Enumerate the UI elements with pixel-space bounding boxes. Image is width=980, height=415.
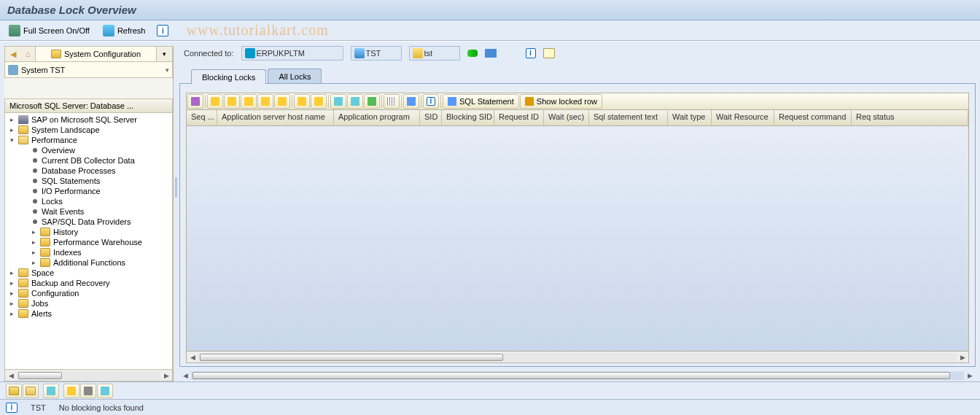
system-label: System TST [21,66,65,74]
tab-blocking-locks[interactable]: Blocking Locks [191,69,266,84]
scroll-track[interactable] [198,353,957,362]
new-folder-button[interactable] [6,384,22,398]
folder-icon [18,309,28,318]
sigma-icon [298,97,306,106]
save-bottom-button[interactable] [63,384,79,398]
sidebar-back-button[interactable]: ◀ [6,47,20,61]
tree-node-space[interactable]: ▸Space [5,268,172,278]
scroll-track[interactable] [191,371,964,380]
layout-button[interactable] [384,94,400,109]
info-icon[interactable]: i [157,25,168,36]
filter-clear-button[interactable] [274,94,290,109]
fullscreen-button[interactable]: Full Screen On/Off [7,23,91,38]
tree-node-jobs[interactable]: ▸Jobs [5,298,172,309]
bullet-icon [33,220,37,224]
open-folder-button[interactable] [23,384,39,398]
splitter[interactable] [174,42,179,381]
tree-node-additional-fn[interactable]: ▸Additional Functions [5,257,172,268]
delete-button[interactable] [80,384,96,398]
col-sid[interactable]: SID [420,110,442,125]
tree-node-wait-events[interactable]: Wait Events [5,206,172,217]
sidebar-toolbar: ◀ ⌂ System Configuration ▾ [4,46,173,62]
col-blocking-sid[interactable]: Blocking SID [442,110,494,125]
col-req-status[interactable]: Req status [852,110,968,125]
tree-node-alerts[interactable]: ▸Alerts [5,309,172,319]
scroll-left-icon[interactable]: ◀ [5,372,17,379]
print-icon [334,97,343,106]
grid-body[interactable] [186,126,969,352]
bullet-icon [33,189,37,193]
host-input[interactable] [257,49,315,58]
grid-hscroll[interactable]: ◀ ▶ [186,352,969,363]
filter-button[interactable] [257,94,273,109]
copy-button[interactable] [43,384,59,398]
scroll-right-icon[interactable]: ▶ [964,372,976,379]
content-hscroll[interactable]: ◀ ▶ [179,370,976,381]
col-program[interactable]: Application program [334,110,420,125]
tree-label: System Landscape [31,125,100,134]
col-seq[interactable]: Seq ... [187,110,217,125]
chip-icon[interactable] [485,49,497,58]
details-button[interactable] [187,94,203,109]
analyze-icon[interactable] [543,48,555,58]
print-button[interactable] [330,94,346,109]
sort-desc-button[interactable] [224,94,240,109]
view-button[interactable] [347,94,363,109]
chevron-right-icon: ▸ [30,228,37,236]
system-configuration-button[interactable]: System Configuration [35,47,157,61]
tree-node-overview[interactable]: Overview [5,145,172,155]
find-button[interactable] [241,94,257,109]
host-field [241,46,343,61]
tree-node-indexes[interactable]: ▸Indexes [5,247,172,257]
sidebar-dropdown-button[interactable]: ▾ [157,47,171,61]
filter-icon [261,97,270,106]
sum-button[interactable] [294,94,310,109]
scroll-right-icon[interactable]: ▶ [957,354,968,361]
tree-node-io-performance[interactable]: I/O Performance [5,186,172,196]
tree-node-db-collector[interactable]: Current DB Collector Data [5,155,172,166]
folder-icon [40,228,50,236]
scroll-left-icon[interactable]: ◀ [187,354,198,361]
tree-node-sap-mssql[interactable]: ▸ SAP on Microsoft SQL Server [5,115,172,125]
tree-node-history[interactable]: ▸History [5,227,172,237]
database-icon [354,48,365,58]
system-selector[interactable]: System TST ▾ [4,62,173,78]
tab-all-locks[interactable]: All Locks [268,69,322,83]
tree-node-sql-statements[interactable]: SQL Statements [5,176,172,186]
refresh-button[interactable]: Refresh [101,23,147,38]
col-request-cmd[interactable]: Request command [774,110,852,125]
export-button[interactable] [364,94,380,109]
scroll-right-icon[interactable]: ▶ [160,372,172,379]
sort-asc-button[interactable] [207,94,223,109]
tree-node-perf-warehouse[interactable]: ▸Performance Warehouse [5,237,172,247]
sidebar-hscroll[interactable]: ◀ ▶ [4,370,173,381]
info-icon[interactable]: i [526,48,536,58]
scroll-thumb[interactable] [18,372,62,379]
print-bottom-button[interactable] [97,384,113,398]
tree-node-backup[interactable]: ▸Backup and Recovery [5,278,172,288]
subtotal-button[interactable] [311,94,327,109]
tree-node-system-landscape[interactable]: ▸ System Landscape [5,125,172,135]
col-host[interactable]: Application server host name [217,110,334,125]
show-locked-row-button[interactable]: Show locked row [520,94,602,109]
tree-node-db-processes[interactable]: Database Processes [5,166,172,176]
scroll-left-icon[interactable]: ◀ [179,372,191,379]
sidebar-home-button[interactable]: ⌂ [20,47,35,61]
sql-statement-button[interactable]: SQL Statement [443,94,519,109]
col-wait-type[interactable]: Wait type [668,110,712,125]
col-wait-resource[interactable]: Wait Resource [712,110,774,125]
col-request-id[interactable]: Request ID [494,110,544,125]
tree-node-sapsql-providers[interactable]: SAP/SQL Data Providers [5,217,172,227]
scroll-thumb[interactable] [200,354,503,361]
grid-info-button[interactable]: i [423,94,439,109]
col-sql-text[interactable]: Sql statement text [589,110,668,125]
col-wait-sec[interactable]: Wait (sec) [544,110,589,125]
scroll-thumb[interactable] [192,372,950,379]
graphic-button[interactable] [403,94,419,109]
tree-node-locks[interactable]: Locks [5,196,172,206]
tree-node-performance[interactable]: ▾ Performance [5,135,172,145]
sid-input[interactable] [366,49,395,58]
scroll-track[interactable] [17,371,160,380]
tree-node-config[interactable]: ▸Configuration [5,288,172,298]
client-input[interactable] [424,49,454,58]
